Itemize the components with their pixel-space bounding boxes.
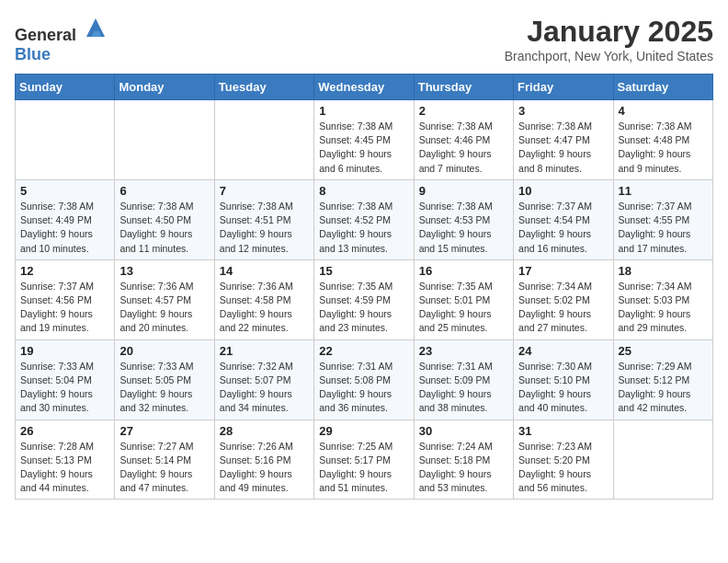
day-number: 25	[619, 344, 708, 358]
day-cell	[16, 100, 115, 180]
day-number: 20	[119, 344, 209, 358]
weekday-header-wednesday: Wednesday	[314, 75, 414, 100]
week-row-5: 26Sunrise: 7:28 AMSunset: 5:13 PMDayligh…	[16, 419, 713, 500]
day-number: 30	[419, 424, 508, 438]
day-cell: 2Sunrise: 7:38 AMSunset: 4:46 PMDaylight…	[414, 100, 513, 180]
day-info: Sunrise: 7:33 AMSunset: 5:04 PMDaylight:…	[20, 360, 109, 416]
day-info: Sunrise: 7:36 AMSunset: 4:57 PMDaylight:…	[119, 280, 209, 336]
day-cell: 5Sunrise: 7:38 AMSunset: 4:49 PMDaylight…	[16, 179, 115, 259]
day-cell: 17Sunrise: 7:34 AMSunset: 5:02 PMDayligh…	[514, 259, 613, 339]
day-info: Sunrise: 7:37 AMSunset: 4:56 PMDaylight:…	[20, 280, 109, 336]
day-number: 19	[20, 344, 109, 358]
day-cell: 27Sunrise: 7:27 AMSunset: 5:14 PMDayligh…	[115, 419, 214, 500]
day-cell: 31Sunrise: 7:23 AMSunset: 5:20 PMDayligh…	[514, 419, 613, 500]
day-info: Sunrise: 7:31 AMSunset: 5:09 PMDaylight:…	[419, 360, 508, 416]
day-number: 29	[319, 424, 408, 438]
day-cell	[115, 100, 214, 180]
day-info: Sunrise: 7:27 AMSunset: 5:14 PMDaylight:…	[119, 440, 209, 496]
day-number: 12	[20, 264, 109, 278]
weekday-header-row: SundayMondayTuesdayWednesdayThursdayFrid…	[16, 75, 713, 100]
day-number: 23	[419, 344, 508, 358]
weekday-header-friday: Friday	[514, 75, 613, 100]
day-info: Sunrise: 7:38 AMSunset: 4:53 PMDaylight:…	[419, 200, 508, 256]
weekday-header-monday: Monday	[115, 75, 214, 100]
title-block: January 2025 Branchport, New York, Unite…	[505, 15, 713, 63]
day-number: 9	[419, 184, 508, 198]
day-info: Sunrise: 7:34 AMSunset: 5:03 PMDaylight:…	[619, 280, 708, 336]
day-info: Sunrise: 7:24 AMSunset: 5:18 PMDaylight:…	[419, 440, 508, 496]
logo-general: General	[15, 26, 76, 44]
day-cell: 16Sunrise: 7:35 AMSunset: 5:01 PMDayligh…	[414, 259, 513, 339]
day-info: Sunrise: 7:30 AMSunset: 5:10 PMDaylight:…	[518, 360, 608, 416]
weekday-header-thursday: Thursday	[414, 75, 513, 100]
page-header: General Blue January 2025 Branchport, Ne…	[15, 15, 713, 64]
logo-blue: Blue	[15, 45, 51, 63]
day-number: 21	[220, 344, 309, 358]
day-number: 27	[119, 424, 209, 438]
day-number: 22	[319, 344, 408, 358]
day-cell: 22Sunrise: 7:31 AMSunset: 5:08 PMDayligh…	[314, 339, 414, 419]
day-cell: 7Sunrise: 7:38 AMSunset: 4:51 PMDaylight…	[214, 179, 313, 259]
day-number: 24	[518, 344, 608, 358]
day-info: Sunrise: 7:31 AMSunset: 5:08 PMDaylight:…	[319, 360, 408, 416]
day-info: Sunrise: 7:38 AMSunset: 4:49 PMDaylight:…	[20, 200, 109, 256]
day-number: 1	[319, 104, 408, 118]
day-info: Sunrise: 7:38 AMSunset: 4:52 PMDaylight:…	[319, 200, 408, 256]
day-number: 2	[419, 104, 508, 118]
day-cell	[214, 100, 313, 180]
day-cell: 3Sunrise: 7:38 AMSunset: 4:47 PMDaylight…	[514, 100, 613, 180]
day-cell: 4Sunrise: 7:38 AMSunset: 4:48 PMDaylight…	[613, 100, 712, 180]
day-cell: 14Sunrise: 7:36 AMSunset: 4:58 PMDayligh…	[214, 259, 313, 339]
day-number: 17	[518, 264, 608, 278]
day-info: Sunrise: 7:33 AMSunset: 5:05 PMDaylight:…	[119, 360, 209, 416]
day-cell: 10Sunrise: 7:37 AMSunset: 4:54 PMDayligh…	[514, 179, 613, 259]
day-number: 7	[220, 184, 309, 198]
day-number: 18	[619, 264, 708, 278]
calendar-subtitle: Branchport, New York, United States	[505, 49, 713, 63]
weekday-header-saturday: Saturday	[613, 75, 712, 100]
day-info: Sunrise: 7:38 AMSunset: 4:51 PMDaylight:…	[220, 200, 309, 256]
day-info: Sunrise: 7:28 AMSunset: 5:13 PMDaylight:…	[20, 440, 109, 496]
day-number: 6	[119, 184, 209, 198]
day-number: 15	[319, 264, 408, 278]
day-number: 11	[619, 184, 708, 198]
day-number: 3	[518, 104, 608, 118]
day-cell: 29Sunrise: 7:25 AMSunset: 5:17 PMDayligh…	[314, 419, 414, 500]
day-info: Sunrise: 7:29 AMSunset: 5:12 PMDaylight:…	[619, 360, 708, 416]
day-number: 26	[20, 424, 109, 438]
day-info: Sunrise: 7:38 AMSunset: 4:47 PMDaylight:…	[518, 120, 608, 176]
day-cell: 8Sunrise: 7:38 AMSunset: 4:52 PMDaylight…	[314, 179, 414, 259]
day-info: Sunrise: 7:32 AMSunset: 5:07 PMDaylight:…	[220, 360, 309, 416]
day-number: 5	[20, 184, 109, 198]
day-number: 13	[119, 264, 209, 278]
day-number: 31	[518, 424, 608, 438]
day-info: Sunrise: 7:35 AMSunset: 5:01 PMDaylight:…	[419, 280, 508, 336]
logo-icon	[83, 15, 108, 40]
weekday-header-sunday: Sunday	[16, 75, 115, 100]
day-cell: 9Sunrise: 7:38 AMSunset: 4:53 PMDaylight…	[414, 179, 513, 259]
day-info: Sunrise: 7:23 AMSunset: 5:20 PMDaylight:…	[518, 440, 608, 496]
calendar-table: SundayMondayTuesdayWednesdayThursdayFrid…	[15, 74, 713, 500]
logo-text: General Blue	[15, 15, 108, 64]
day-cell: 20Sunrise: 7:33 AMSunset: 5:05 PMDayligh…	[115, 339, 214, 419]
day-cell: 13Sunrise: 7:36 AMSunset: 4:57 PMDayligh…	[115, 259, 214, 339]
day-cell: 6Sunrise: 7:38 AMSunset: 4:50 PMDaylight…	[115, 179, 214, 259]
day-cell: 26Sunrise: 7:28 AMSunset: 5:13 PMDayligh…	[16, 419, 115, 500]
week-row-1: 1Sunrise: 7:38 AMSunset: 4:45 PMDaylight…	[16, 100, 713, 180]
day-info: Sunrise: 7:35 AMSunset: 4:59 PMDaylight:…	[319, 280, 408, 336]
day-info: Sunrise: 7:36 AMSunset: 4:58 PMDaylight:…	[220, 280, 309, 336]
day-cell: 18Sunrise: 7:34 AMSunset: 5:03 PMDayligh…	[613, 259, 712, 339]
day-number: 14	[220, 264, 309, 278]
day-number: 16	[419, 264, 508, 278]
calendar-title: January 2025	[505, 15, 713, 49]
day-number: 4	[619, 104, 708, 118]
day-cell: 12Sunrise: 7:37 AMSunset: 4:56 PMDayligh…	[16, 259, 115, 339]
day-cell: 30Sunrise: 7:24 AMSunset: 5:18 PMDayligh…	[414, 419, 513, 500]
day-cell: 19Sunrise: 7:33 AMSunset: 5:04 PMDayligh…	[16, 339, 115, 419]
day-cell: 15Sunrise: 7:35 AMSunset: 4:59 PMDayligh…	[314, 259, 414, 339]
day-info: Sunrise: 7:26 AMSunset: 5:16 PMDaylight:…	[220, 440, 309, 496]
day-info: Sunrise: 7:38 AMSunset: 4:50 PMDaylight:…	[119, 200, 209, 256]
day-number: 28	[220, 424, 309, 438]
day-cell: 21Sunrise: 7:32 AMSunset: 5:07 PMDayligh…	[214, 339, 313, 419]
day-number: 10	[518, 184, 608, 198]
